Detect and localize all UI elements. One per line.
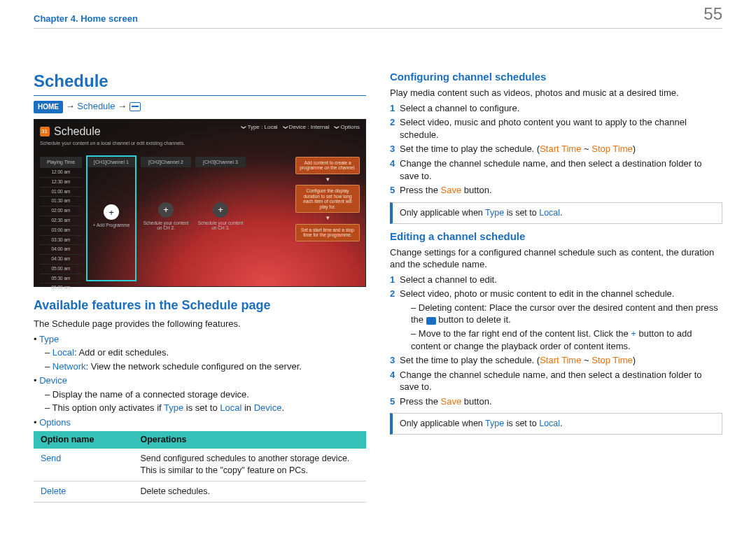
shot-subtitle: Schedule your content on a local channel… [40,140,360,146]
section-configuring: Configuring channel schedules [390,70,722,84]
step: Press the Save button. [390,184,722,197]
options-label: Options [39,417,71,428]
chevron-down-icon: ▾ [295,217,360,220]
plus-icon: + [213,202,228,218]
page-title: Schedule [34,70,366,96]
shot-menu-type: Type : Local [241,124,277,132]
delete-key-icon [426,317,436,325]
time-cell: 01:30 am [40,196,82,206]
time-cell: 06:00 am [40,283,82,293]
feature-device: Device Display the name of a connected s… [34,374,366,414]
type-label: Type [39,334,59,344]
time-cell: 04:30 am [40,254,82,264]
channel-3: [CH3]Channel 3 + Schedule your content o… [195,157,246,293]
time-cell: 03:00 am [40,225,82,235]
substep: Deleting content: Place the cursor over … [411,302,722,326]
home-pill: HOME [34,101,63,113]
step: Change the channel schedule name, and th… [390,369,722,393]
step: Select video, photo or music content to … [390,288,722,352]
breadcrumb: HOME → Schedule → [34,100,366,113]
ch1-header: [CH1]Channel 1 [88,157,135,167]
plus-icon: + [104,204,119,220]
table-header-row: Option name Operations [34,431,366,449]
hint-box: Configure the display duration to set ho… [295,185,360,213]
time-column: Playing Time 12:00 am 12:30 am 01:00 am … [40,157,82,293]
chapter-label: Chapter 4. Home screen [34,13,138,24]
time-cell: 05:30 am [40,274,82,283]
channel-2: [CH2]Channel 2 + Schedule your content o… [141,157,191,293]
editing-intro: Change settings for a configured channel… [390,246,722,271]
th-option-name: Option name [34,431,134,449]
configuring-steps: Select a channel to configure. Select vi… [390,102,722,197]
ch3-text: Schedule your content on CH 3. [195,220,246,231]
step: Set the time to play the schedule. (Star… [390,143,722,155]
options-table: Option name Operations Send Send configu… [34,431,366,503]
delete-label: Delete [41,486,66,496]
device-line-2: This option only activates if Type is se… [45,402,366,414]
table-row: Send Send configured schedules to anothe… [34,449,366,481]
hint-column: Add content to create a programme on the… [295,157,360,293]
shot-title: Schedule [54,124,101,139]
manual-page: Chapter 4. Home screen 55 Schedule HOME … [0,0,756,534]
device-label: Device [39,375,67,386]
feature-type: Type Local: Add or edit schedules. Netwo… [34,333,366,373]
send-desc: Send configured schedules to another sto… [134,449,367,481]
left-column: Schedule HOME → Schedule → Schedule Sche… [34,70,366,513]
enter-icon [130,102,141,111]
time-cell: 03:30 am [40,235,82,245]
time-cell: 12:00 am [40,167,82,177]
time-cell: 12:30 am [40,177,82,187]
right-column: Configuring channel schedules Play media… [390,70,722,513]
shot-menu-options: Options [335,124,360,132]
send-label: Send [41,454,61,463]
schedule-screenshot: Schedule Schedule your content on a loca… [34,119,366,287]
editing-steps: Select a channel to edit. Select video, … [390,274,722,407]
step: Press the Save button. [390,395,722,408]
channel-1: [CH1]Channel 1 + + Add Programme [86,155,136,281]
ch2-header: [CH2]Channel 2 [141,157,191,167]
hint-box: Set a start time and a stop time for the… [295,224,360,241]
time-cell: 02:30 am [40,216,82,225]
step: Select a channel to configure. [390,102,722,115]
time-cell: 05:00 am [40,264,82,274]
intro-text: The Schedule page provides the following… [34,318,366,330]
configuring-intro: Play media content such as videos, photo… [390,87,722,99]
header-bar: Chapter 4. Home screen [34,13,722,29]
ch3-header: [CH3]Channel 3 [195,157,246,167]
step: Select a channel to edit. [390,274,722,286]
time-cell: 01:00 am [40,187,82,197]
substep: Move to the far right end of the content… [411,328,722,352]
arrow-icon: → [118,101,130,111]
step: Set the time to play the schedule. (Star… [390,354,722,367]
type-network-line: Network: View the network schedule confi… [45,360,366,373]
shot-menu-device: Device : Internal [284,124,330,132]
plus-icon: + [158,202,174,218]
ch2-text: Schedule your content on CH 2. [141,220,191,231]
shot-menu: Type : Local Device : Internal Options [241,124,360,132]
note-box: Only applicable when Type is set to Loca… [390,202,722,224]
device-line-1: Display the name of a connected storage … [45,388,366,401]
page-number: 55 [704,3,722,25]
note-box: Only applicable when Type is set to Loca… [390,413,722,435]
step: Select video, music and photo content yo… [390,116,722,141]
table-row: Delete Delete schedules. [34,482,366,503]
section-available-features: Available features in the Schedule page [34,297,366,314]
type-local-line: Local: Add or edit schedules. [45,346,366,359]
breadcrumb-schedule: Schedule [77,101,115,111]
chevron-down-icon: ▾ [295,178,360,181]
calendar-icon [40,127,50,136]
hint-box: Add content to create a programme on the… [295,157,360,174]
th-operations: Operations [134,431,367,449]
time-cell: 02:00 am [40,206,82,216]
playing-time-header: Playing Time [40,157,82,167]
ch1-text: + Add Programme [93,223,130,227]
time-cell: 04:00 am [40,244,82,254]
arrow-icon: → [66,101,78,111]
section-editing: Editing a channel schedule [390,230,722,244]
step: Change the channel schedule name, and th… [390,157,722,182]
delete-desc: Delete schedules. [134,482,367,503]
feature-options: Options [34,416,366,429]
